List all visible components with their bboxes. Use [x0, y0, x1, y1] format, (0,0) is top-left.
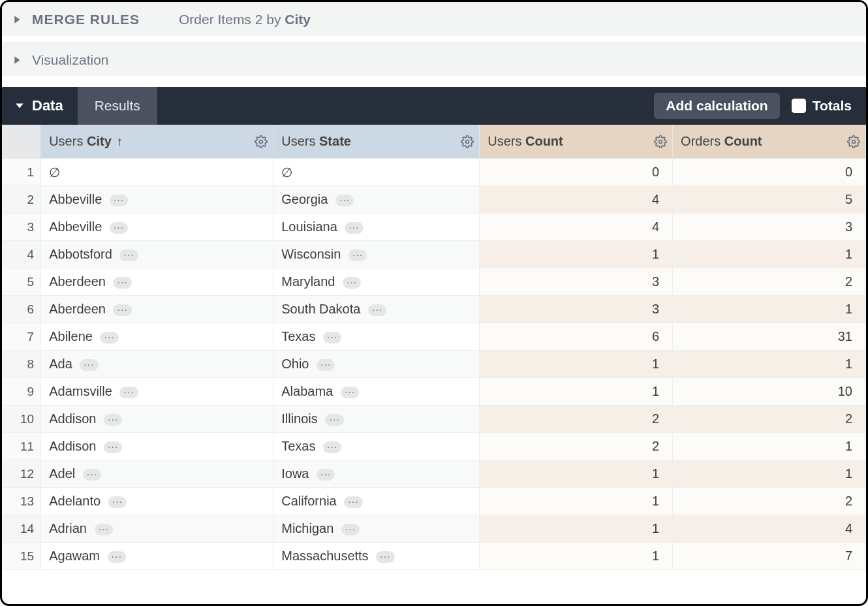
cell-state[interactable]: South Dakota ··· [273, 296, 480, 323]
cell-orders-count[interactable]: 2 [673, 268, 866, 296]
drill-pill-icon[interactable]: ··· [323, 332, 341, 343]
cell-city[interactable]: Aberdeen ··· [41, 296, 273, 323]
cell-state[interactable]: Illinois ··· [273, 406, 480, 433]
column-header-users-count[interactable]: Users Count [480, 125, 673, 159]
data-section-toggle[interactable]: Data [2, 87, 78, 125]
merge-rules-header[interactable]: MERGE RULES Order Items 2 by City [2, 2, 866, 36]
drill-pill-icon[interactable]: ··· [317, 469, 335, 481]
drill-pill-icon[interactable]: ··· [83, 469, 101, 481]
cell-state[interactable]: Iowa ··· [273, 460, 480, 488]
gear-icon[interactable] [461, 135, 474, 148]
drill-pill-icon[interactable]: ··· [344, 496, 362, 508]
cell-state[interactable]: Texas ··· [273, 433, 480, 460]
gear-icon[interactable] [255, 135, 268, 148]
cell-city[interactable]: Abbotsford ··· [41, 241, 273, 268]
cell-users-count[interactable]: 6 [480, 323, 673, 351]
gear-icon[interactable] [654, 135, 667, 148]
cell-orders-count[interactable]: 1 [673, 296, 866, 323]
cell-users-count[interactable]: 1 [480, 543, 673, 570]
cell-state[interactable]: Louisiana ··· [273, 214, 480, 241]
cell-state[interactable]: Wisconsin ··· [273, 241, 480, 268]
cell-city[interactable]: Abilene ··· [41, 323, 273, 351]
visualization-header[interactable]: Visualization [2, 42, 866, 76]
column-header-city[interactable]: Users City ↑ [41, 125, 273, 159]
cell-city[interactable]: Ada ··· [41, 351, 273, 378]
cell-state[interactable]: ∅ [273, 159, 480, 186]
cell-orders-count[interactable]: 1 [673, 241, 866, 268]
cell-city[interactable]: Addison ··· [41, 433, 273, 460]
drill-pill-icon[interactable]: ··· [349, 249, 367, 261]
drill-pill-icon[interactable]: ··· [110, 222, 128, 234]
cell-city[interactable]: Addison ··· [41, 406, 273, 433]
cell-users-count[interactable]: 4 [480, 186, 673, 214]
drill-pill-icon[interactable]: ··· [119, 387, 138, 398]
drill-pill-icon[interactable]: ··· [100, 332, 118, 343]
column-header-orders-count[interactable]: Orders Count [673, 125, 866, 159]
drill-pill-icon[interactable]: ··· [104, 441, 122, 453]
cell-users-count[interactable]: 3 [480, 268, 673, 296]
cell-city[interactable]: Adel ··· [41, 460, 273, 488]
cell-orders-count[interactable]: 3 [673, 214, 866, 241]
column-header-state[interactable]: Users State [273, 125, 480, 159]
cell-orders-count[interactable]: 5 [673, 186, 866, 214]
drill-pill-icon[interactable]: ··· [119, 249, 138, 261]
drill-pill-icon[interactable]: ··· [341, 524, 360, 535]
cell-users-count[interactable]: 2 [480, 433, 673, 460]
drill-pill-icon[interactable]: ··· [343, 277, 361, 289]
drill-pill-icon[interactable]: ··· [108, 496, 127, 508]
drill-pill-icon[interactable]: ··· [325, 414, 343, 426]
drill-pill-icon[interactable]: ··· [341, 387, 359, 398]
cell-state[interactable]: Massachusetts ··· [273, 543, 480, 570]
cell-city[interactable]: ∅ [41, 159, 273, 186]
drill-pill-icon[interactable]: ··· [108, 551, 126, 563]
cell-state[interactable]: Ohio ··· [273, 351, 480, 378]
cell-users-count[interactable]: 2 [480, 406, 673, 433]
cell-users-count[interactable]: 1 [480, 241, 673, 268]
cell-orders-count[interactable]: 0 [673, 159, 866, 186]
drill-pill-icon[interactable]: ··· [110, 195, 128, 206]
drill-pill-icon[interactable]: ··· [368, 304, 386, 316]
cell-city[interactable]: Abbeville ··· [41, 214, 273, 241]
cell-users-count[interactable]: 4 [480, 214, 673, 241]
gear-icon[interactable] [847, 135, 860, 148]
cell-users-count[interactable]: 0 [480, 159, 673, 186]
cell-orders-count[interactable]: 2 [673, 406, 866, 433]
cell-state[interactable]: Georgia ··· [273, 186, 480, 214]
drill-pill-icon[interactable]: ··· [113, 304, 131, 316]
cell-state[interactable]: Alabama ··· [273, 378, 480, 406]
cell-orders-count[interactable]: 31 [673, 323, 866, 351]
totals-toggle[interactable]: Totals [792, 98, 852, 114]
cell-users-count[interactable]: 1 [480, 460, 673, 488]
cell-orders-count[interactable]: 1 [673, 460, 866, 488]
tab-results[interactable]: Results [78, 87, 157, 125]
cell-users-count[interactable]: 3 [480, 296, 673, 323]
cell-orders-count[interactable]: 1 [673, 433, 866, 460]
cell-city[interactable]: Adelanto ··· [41, 488, 273, 515]
cell-orders-count[interactable]: 4 [673, 515, 866, 543]
cell-state[interactable]: California ··· [273, 488, 480, 515]
cell-users-count[interactable]: 1 [480, 378, 673, 406]
cell-users-count[interactable]: 1 [480, 515, 673, 543]
totals-checkbox[interactable] [792, 99, 806, 113]
drill-pill-icon[interactable]: ··· [317, 359, 335, 371]
drill-pill-icon[interactable]: ··· [95, 524, 113, 535]
cell-city[interactable]: Agawam ··· [41, 543, 273, 570]
cell-state[interactable]: Michigan ··· [273, 515, 480, 543]
cell-city[interactable]: Abbeville ··· [41, 186, 273, 214]
cell-city[interactable]: Adrian ··· [41, 515, 273, 543]
drill-pill-icon[interactable]: ··· [345, 222, 363, 234]
cell-city[interactable]: Adamsville ··· [41, 378, 273, 406]
cell-city[interactable]: Aberdeen ··· [41, 268, 273, 296]
drill-pill-icon[interactable]: ··· [323, 441, 341, 453]
cell-users-count[interactable]: 1 [480, 488, 673, 515]
cell-orders-count[interactable]: 1 [673, 351, 866, 378]
drill-pill-icon[interactable]: ··· [80, 359, 98, 371]
cell-state[interactable]: Texas ··· [273, 323, 480, 351]
drill-pill-icon[interactable]: ··· [335, 195, 354, 206]
cell-orders-count[interactable]: 10 [673, 378, 866, 406]
cell-users-count[interactable]: 1 [480, 351, 673, 378]
cell-state[interactable]: Maryland ··· [273, 268, 480, 296]
drill-pill-icon[interactable]: ··· [104, 414, 122, 426]
add-calculation-button[interactable]: Add calculation [654, 93, 779, 119]
drill-pill-icon[interactable]: ··· [113, 277, 131, 289]
